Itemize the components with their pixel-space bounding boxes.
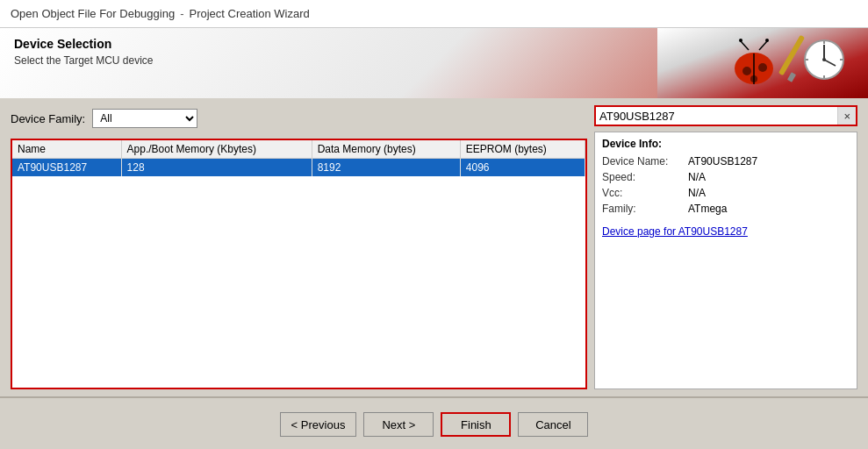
svg-rect-0 xyxy=(778,35,805,75)
svg-point-5 xyxy=(758,63,767,72)
device-info-row: Speed:N/A xyxy=(602,171,850,183)
table-row[interactable]: AT90USB128712881924096 xyxy=(12,159,585,177)
device-table: Name App./Boot Memory (Kbytes) Data Memo… xyxy=(12,140,585,176)
col-name: Name xyxy=(12,140,121,159)
header-graphic xyxy=(657,28,868,98)
device-info-value: N/A xyxy=(688,171,706,183)
svg-point-11 xyxy=(765,39,769,42)
svg-point-9 xyxy=(739,39,742,42)
device-family-row: Device Family: All ATmega ATtiny AT90USB… xyxy=(11,105,587,132)
device-table-wrapper: Name App./Boot Memory (Kbytes) Data Memo… xyxy=(11,139,587,389)
col-eeprom: EEPROM (bytes) xyxy=(460,140,585,159)
next-button[interactable]: Next > xyxy=(363,412,434,437)
device-info-key: Device Name: xyxy=(602,155,681,167)
title-separator: - xyxy=(180,7,183,20)
finish-button[interactable]: Finish xyxy=(441,412,511,437)
device-family-label: Device Family: xyxy=(11,112,85,125)
header-banner: Device Selection Select the Target MCU d… xyxy=(0,28,868,98)
cancel-button[interactable]: Cancel xyxy=(518,412,588,437)
device-info-value: AT90USB1287 xyxy=(688,155,757,167)
svg-line-10 xyxy=(759,41,767,50)
device-info-title: Device Info: xyxy=(602,138,850,150)
title-wizard: Project Creation Wizard xyxy=(190,7,310,20)
search-row: × xyxy=(594,105,857,126)
device-info-value: N/A xyxy=(688,187,706,199)
table-header-row: Name App./Boot Memory (Kbytes) Data Memo… xyxy=(12,140,585,159)
svg-line-8 xyxy=(741,41,749,50)
device-info-row: Device Name:AT90USB1287 xyxy=(602,155,850,167)
header-title: Device Selection xyxy=(14,37,154,51)
device-info-row: Family:ATmega xyxy=(602,203,850,215)
left-panel: Device Family: All ATmega ATtiny AT90USB… xyxy=(11,105,587,389)
title-prefix: Open Object File For Debugging xyxy=(11,7,175,20)
header-decoration-svg xyxy=(684,29,859,97)
right-panel: × Device Info: Device Name:AT90USB1287Sp… xyxy=(594,105,857,389)
search-clear-button[interactable]: × xyxy=(837,107,856,125)
col-app-memory: App./Boot Memory (Kbytes) xyxy=(121,140,312,159)
svg-rect-1 xyxy=(787,72,796,82)
device-page-link[interactable]: Device page for AT90USB1287 xyxy=(602,225,748,238)
device-info-fields: Device Name:AT90USB1287Speed:N/AVcc:N/AF… xyxy=(602,155,850,215)
device-info-key: Family: xyxy=(602,203,681,215)
header-subtitle: Select the Target MCU device xyxy=(14,54,154,67)
previous-button[interactable]: < Previous xyxy=(280,412,357,437)
title-bar: Open Object File For Debugging - Project… xyxy=(0,0,868,28)
device-info-row: Vcc:N/A xyxy=(602,187,850,199)
search-input-wrapper: × xyxy=(594,105,857,126)
bottom-area: < Previous Next > Finish Cancel xyxy=(0,398,868,449)
device-info-panel: Device Info: Device Name:AT90USB1287Spee… xyxy=(594,132,857,389)
content-area: Device Family: All ATmega ATtiny AT90USB… xyxy=(0,98,868,396)
header-text: Device Selection Select the Target MCU d… xyxy=(14,37,154,67)
search-input[interactable] xyxy=(596,108,837,125)
svg-point-4 xyxy=(742,67,751,75)
device-family-select[interactable]: All ATmega ATtiny AT90USB XMEGA AVR32 xyxy=(92,109,197,128)
device-info-key: Vcc: xyxy=(602,187,681,199)
device-info-value: ATmega xyxy=(688,203,727,215)
col-data-memory: Data Memory (bytes) xyxy=(312,140,460,159)
header-graphic-inner xyxy=(657,28,868,98)
device-info-key: Speed: xyxy=(602,171,681,183)
